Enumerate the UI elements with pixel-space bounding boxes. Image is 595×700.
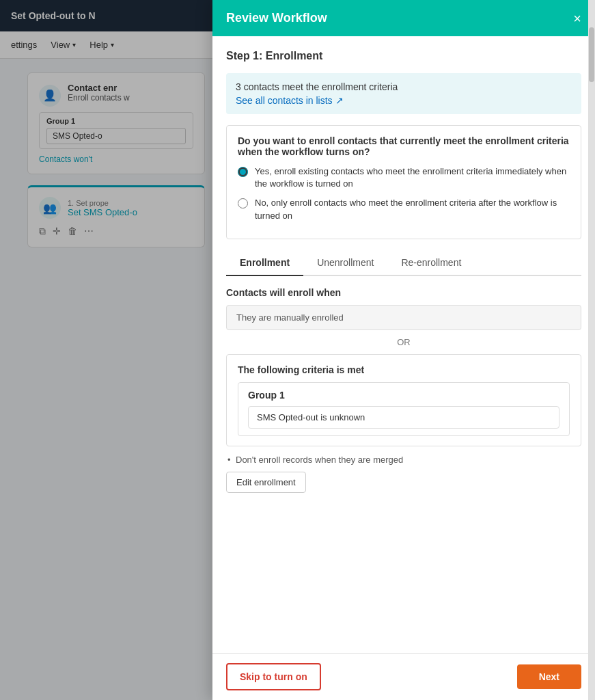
modal-footer: Skip to turn on Next xyxy=(212,653,595,700)
step-title: Step 1: Enrollment xyxy=(226,50,581,62)
radio-no-label[interactable]: No, only enroll contacts who meet the en… xyxy=(255,197,570,221)
radio-yes[interactable] xyxy=(238,167,248,177)
or-divider: OR xyxy=(226,337,581,347)
group-criteria-box: Group 1 SMS Opted-out is unknown xyxy=(238,382,570,436)
tab-enrollment[interactable]: Enrollment xyxy=(226,250,303,276)
filter-value: SMS Opted-out is unknown xyxy=(248,406,559,429)
radio-option-yes: Yes, enroll existing contacts who meet t… xyxy=(238,165,570,190)
enrollment-question-box: ➔ Do you want to enroll contacts that cu… xyxy=(226,125,581,239)
modal-header: Review Workflow × xyxy=(212,0,595,36)
review-workflow-modal: Review Workflow × Step 1: Enrollment 3 c… xyxy=(212,0,595,700)
next-button[interactable]: Next xyxy=(517,664,581,689)
enrollment-tabs: Enrollment Unenrollment Re-enrollment xyxy=(226,250,581,276)
criteria-box-title: The following criteria is met xyxy=(238,364,570,375)
skip-button[interactable]: Skip to turn on xyxy=(226,663,321,690)
criteria-box: The following criteria is met Group 1 SM… xyxy=(226,354,581,446)
tab-unenrollment[interactable]: Unenrollment xyxy=(303,250,387,276)
radio-option-no: No, only enroll contacts who meet the en… xyxy=(238,197,570,221)
modal-title: Review Workflow xyxy=(226,11,327,25)
tab-reenrollment[interactable]: Re-enrollment xyxy=(387,250,475,276)
group-1-label: Group 1 xyxy=(248,390,559,401)
radio-yes-label[interactable]: Yes, enroll existing contacts who meet t… xyxy=(255,165,570,190)
radio-no[interactable] xyxy=(238,198,248,208)
scrollbar-thumb[interactable] xyxy=(589,27,594,82)
scrollbar-track[interactable] xyxy=(588,0,595,700)
see-all-contacts-link[interactable]: See all contacts in lists ↗ xyxy=(236,95,572,106)
no-merge-bullet: Don't enroll records when they are merge… xyxy=(226,455,581,465)
external-link-icon: ↗ xyxy=(335,95,344,106)
question-text: Do you want to enroll contacts that curr… xyxy=(238,135,570,157)
edit-enrollment-button[interactable]: Edit enrollment xyxy=(226,472,306,493)
modal-body: Step 1: Enrollment 3 contacts meet the e… xyxy=(212,36,595,653)
enroll-when-title: Contacts will enroll when xyxy=(226,287,581,298)
manual-enrollment-display: They are manually enrolled xyxy=(226,305,581,330)
info-box: 3 contacts meet the enrollment criteria … xyxy=(226,73,581,114)
contacts-count: 3 contacts meet the enrollment criteria xyxy=(236,81,572,92)
close-button[interactable]: × xyxy=(573,12,581,25)
